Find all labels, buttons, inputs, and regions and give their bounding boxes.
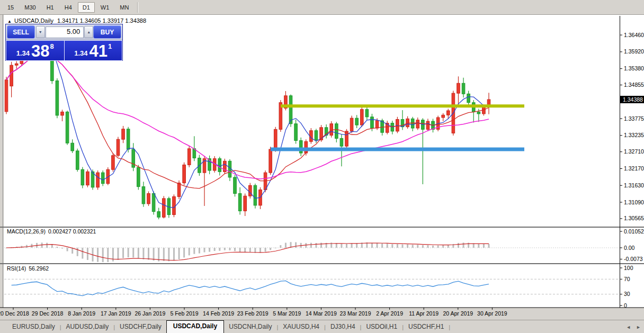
macd-histogram-bar	[56, 247, 58, 248]
candle-body	[152, 194, 155, 212]
macd-histogram-bar	[488, 244, 490, 248]
buy-button[interactable]: BUY	[93, 25, 121, 39]
chart-tab-xauusd[interactable]: XAUUSD,H4	[278, 321, 324, 333]
buy-price-pipette: 1	[108, 42, 112, 50]
chart-tab-usdoil[interactable]: USDOil,H1	[361, 321, 402, 333]
macd-histogram-bar	[189, 248, 190, 255]
rsi-axis-label: 70	[624, 276, 630, 282]
candle-body	[360, 110, 363, 125]
macd-histogram-bar	[407, 245, 408, 248]
chart-title: ▲USDCAD,Daily1.34171 1.34605 1.33917 1.3…	[7, 17, 146, 24]
collapse-arrow-icon[interactable]: ▲	[7, 19, 12, 24]
volume-decrease-button[interactable]: ▼	[36, 26, 45, 38]
macd-histogram-bar	[427, 245, 428, 248]
date-axis-label: 17 Jan 2019	[101, 310, 131, 317]
macd-histogram-bar	[128, 248, 129, 257]
volume-input[interactable]: 5.00	[46, 26, 84, 38]
candle-body	[299, 141, 302, 154]
sell-price-pipette: 8	[50, 42, 54, 50]
chart-tabs-bar: EURUSD,Daily|AUDUSD,Daily|USDCHF,DailyUS…	[0, 320, 644, 333]
macd-histogram-bar	[315, 243, 317, 248]
candle-body	[426, 121, 430, 129]
sell-price-box[interactable]: 1.34 38 8	[6, 40, 64, 61]
candle-body	[375, 121, 379, 128]
macd-histogram-bar	[285, 243, 287, 248]
candle-body	[183, 165, 186, 183]
chart-tab-usdchf[interactable]: USDCHF,Daily	[115, 321, 166, 333]
candle-body	[122, 129, 125, 139]
timeframe-button-m30[interactable]: M30	[20, 2, 40, 13]
candle-body	[15, 64, 18, 65]
candle-body	[137, 167, 140, 186]
volume-increase-button[interactable]: ▲	[84, 26, 93, 38]
macd-histogram-bar	[61, 248, 63, 248]
macd-histogram-bar	[422, 245, 424, 248]
candle-body	[315, 131, 318, 140]
macd-histogram-bar	[310, 243, 312, 248]
one-click-trade-panel: SELL ▼ 5.00 ▲ BUY 1.34 38 8 1.34 41 1	[5, 24, 123, 61]
chart-tab-usdchf[interactable]: USDCHF,H1	[404, 321, 449, 333]
macd-rsi-separator	[0, 263, 644, 264]
buy-price-big-digits: 41	[90, 44, 108, 59]
rsi-axis-label: 100	[624, 265, 633, 271]
timeframe-button-mn[interactable]: MN	[115, 2, 133, 13]
macd-histogram-bar	[168, 248, 169, 262]
macd-histogram-bar	[203, 248, 205, 253]
candle-body	[365, 110, 369, 117]
chart-tab-eurusd[interactable]: EURUSD,Daily	[7, 321, 60, 333]
candle-body	[101, 173, 104, 184]
date-axis-label: 11 Apr 2019	[409, 310, 439, 317]
macd-histogram-bar	[229, 248, 230, 250]
macd-axis-label: -0.0073	[624, 256, 643, 262]
date-axis-label: 30 Apr 2019	[477, 310, 507, 317]
tab-scroll-right-icon[interactable]: ►	[636, 325, 641, 330]
macd-histogram-bar	[391, 244, 393, 248]
trade-panel-top-row: SELL ▼ 5.00 ▲ BUY	[6, 24, 122, 40]
candle-body	[112, 156, 115, 169]
price-axis-label: 1.30565	[624, 215, 644, 221]
chart-tab-usdcad[interactable]: USDCAD,Daily	[166, 320, 224, 333]
candle-body	[248, 185, 252, 196]
chart-tab-dj30[interactable]: DJ30,H4	[326, 321, 360, 333]
macd-histogram-bar	[138, 248, 139, 258]
price-axis-label: 1.35380	[624, 65, 644, 71]
macd-histogram-bar	[153, 248, 155, 260]
chart-tab-audusd[interactable]: AUDUSD,Daily	[61, 321, 114, 333]
trade-panel-price-row: 1.34 38 8 1.34 41 1	[6, 40, 122, 61]
macd-indicator-label: MACD(12,26,9)0.002427 0.002321	[7, 228, 96, 235]
macd-histogram-bar	[214, 248, 216, 251]
candle-body	[294, 124, 298, 141]
timeframe-button-h4[interactable]: H4	[60, 2, 77, 13]
candle-body	[56, 81, 59, 115]
macd-histogram-bar	[234, 248, 236, 251]
candle-body	[142, 187, 145, 204]
candle-body	[177, 183, 181, 197]
chart-symbol-label: USDCAD,Daily	[14, 17, 53, 24]
macd-histogram-bar	[280, 245, 281, 248]
timeframe-button-d1[interactable]: D1	[78, 2, 95, 13]
timeframe-button-h1[interactable]: H1	[42, 2, 59, 13]
date-axis-label: 23 Mar 2019	[340, 310, 371, 317]
macd-histogram-bar	[46, 243, 48, 248]
buy-price-box[interactable]: 1.34 41 1	[64, 40, 123, 61]
macd-histogram-bar	[102, 248, 104, 262]
macd-histogram-bar	[193, 248, 195, 254]
chart-tab-usdcnh[interactable]: USDCNH,Daily	[224, 321, 276, 333]
macd-histogram-bar	[377, 243, 378, 248]
candle-body	[350, 118, 353, 131]
date-axis-label: 26 Jan 2019	[135, 310, 165, 317]
macd-histogram-bar	[239, 248, 241, 253]
tab-scroll-left-icon[interactable]: ◄	[626, 325, 631, 330]
rsi-axis-label: 30	[624, 291, 630, 297]
macd-histogram-bar	[117, 248, 119, 260]
macd-histogram-bar	[432, 246, 434, 248]
macd-histogram-bar	[341, 244, 342, 248]
timeframe-button-w1[interactable]: W1	[96, 2, 114, 13]
timeframe-button-15[interactable]: 15	[3, 2, 19, 13]
candle-body	[96, 173, 100, 187]
price-axis-label: 1.33775	[624, 115, 644, 122]
sell-button[interactable]: SELL	[7, 25, 35, 39]
candle-body	[467, 94, 470, 102]
candle-body	[10, 65, 13, 86]
candle-body	[218, 159, 221, 172]
